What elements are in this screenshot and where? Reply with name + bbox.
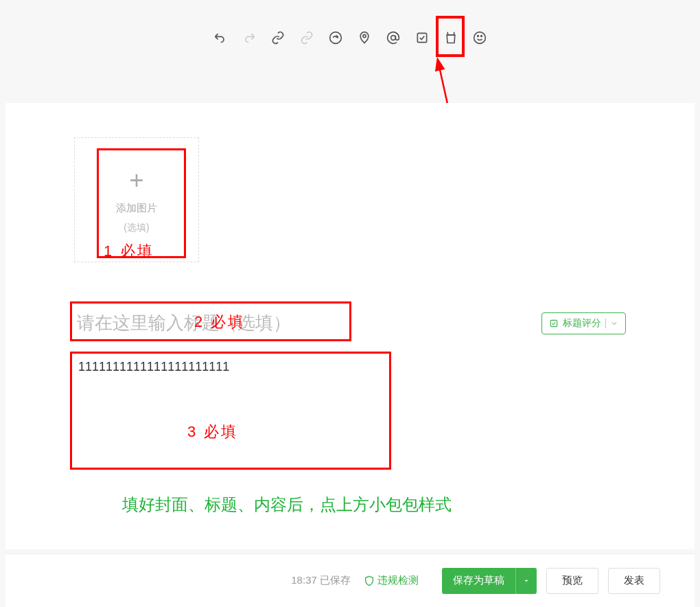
unlink-icon[interactable] bbox=[299, 30, 315, 46]
emoji-icon[interactable] bbox=[471, 30, 488, 46]
svg-point-6 bbox=[481, 36, 482, 37]
shield-icon bbox=[364, 575, 375, 586]
cover-optional-label: (选填) bbox=[124, 222, 149, 234]
caret-down-icon bbox=[523, 577, 530, 584]
saved-status: 18:37 已保存 bbox=[291, 574, 351, 587]
miniprogram-icon[interactable] bbox=[327, 30, 344, 46]
svg-point-0 bbox=[330, 32, 342, 44]
title-score-button[interactable]: 标题评分 bbox=[541, 312, 626, 334]
location-icon[interactable] bbox=[356, 30, 373, 46]
link-icon[interactable] bbox=[270, 30, 286, 46]
editor-panel: + 添加图片 (选填) 1 必填 2 必填 标题评分 1111111111111… bbox=[5, 103, 695, 549]
svg-point-2 bbox=[391, 36, 396, 41]
svg-point-4 bbox=[474, 32, 486, 44]
violation-check-button[interactable]: 违规检测 bbox=[364, 574, 419, 587]
shop-icon[interactable] bbox=[443, 30, 459, 46]
content-editor[interactable]: 1111111111111111111111 bbox=[74, 353, 391, 466]
svg-rect-9 bbox=[550, 320, 557, 326]
svg-point-5 bbox=[478, 36, 479, 37]
save-draft-button[interactable]: 保存为草稿 bbox=[442, 568, 537, 594]
save-draft-dropdown[interactable] bbox=[515, 568, 537, 594]
title-score-label: 标题评分 bbox=[563, 317, 601, 330]
undo-icon[interactable] bbox=[212, 30, 229, 46]
annotation-label-1: 1 必填 bbox=[104, 241, 154, 262]
instruction-text: 填好封面、标题、内容后，点上方小包包样式 bbox=[122, 494, 626, 516]
editor-toolbar bbox=[0, 0, 700, 76]
mention-icon[interactable] bbox=[385, 30, 401, 46]
vote-icon[interactable] bbox=[414, 30, 430, 46]
title-input[interactable] bbox=[74, 307, 355, 339]
footer-bar: 18:37 已保存 违规检测 保存为草稿 预览 发表 bbox=[5, 553, 695, 607]
cover-upload[interactable]: + 添加图片 (选填) 1 必填 bbox=[74, 137, 199, 262]
svg-point-1 bbox=[363, 34, 366, 37]
preview-button[interactable]: 预览 bbox=[546, 568, 598, 594]
svg-rect-3 bbox=[417, 33, 426, 42]
redo-icon[interactable] bbox=[241, 30, 257, 46]
score-icon bbox=[549, 319, 559, 328]
publish-button[interactable]: 发表 bbox=[608, 568, 660, 594]
plus-icon: + bbox=[129, 166, 143, 195]
cover-add-label: 添加图片 bbox=[116, 202, 157, 215]
chevron-down-icon bbox=[610, 319, 618, 328]
